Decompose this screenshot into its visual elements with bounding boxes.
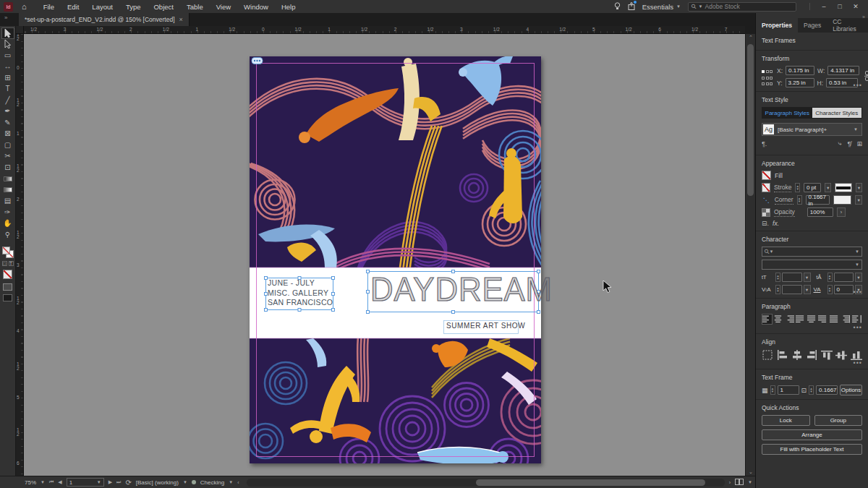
selection-tool[interactable] xyxy=(1,27,14,39)
vscroll-bottom-icon[interactable]: ▼ xyxy=(748,480,752,484)
next-page-icon[interactable]: ▶ xyxy=(109,479,112,485)
fx-icon[interactable]: fx. xyxy=(773,220,779,227)
paragraph-mark-icon[interactable]: ¶. xyxy=(762,140,767,147)
pen-tool[interactable]: ✒ xyxy=(1,106,14,118)
panel-tab-pages[interactable]: Pages xyxy=(798,18,827,33)
corner-dropdown-icon[interactable]: ▼ xyxy=(855,195,862,205)
font-size-stepper[interactable]: ▲▼ xyxy=(775,273,780,282)
formatting-container-icon[interactable]: □ xyxy=(2,261,7,266)
transform-more-icon[interactable]: ••• xyxy=(854,82,862,89)
stroke-weight-dropdown-icon[interactable]: ▼ xyxy=(825,183,831,192)
stroke-weight-input[interactable]: 0 pt xyxy=(804,183,821,192)
arrange-button[interactable]: Arrange xyxy=(762,429,862,440)
justify-last-center-icon[interactable] xyxy=(807,314,817,325)
justify-last-left-icon[interactable] xyxy=(796,314,807,325)
align-bottom-edges-icon[interactable] xyxy=(851,349,862,360)
justify-all-icon[interactable] xyxy=(829,314,840,325)
panel-tab-properties[interactable]: Properties xyxy=(756,18,798,33)
postcard-page[interactable]: JUNE - JULYMISC. GALLERYSAN FRANCISCO DA… xyxy=(250,56,541,463)
document-canvas[interactable]: JUNE - JULYMISC. GALLERYSAN FRANCISCO DA… xyxy=(24,34,745,476)
stroke-style-dropdown-icon[interactable]: ▼ xyxy=(856,183,862,192)
rectangle-tool[interactable]: ▢ xyxy=(1,140,14,151)
align-right-edges-icon[interactable] xyxy=(806,349,817,360)
align-horizontal-centers-icon[interactable] xyxy=(791,349,803,360)
tab-close-icon[interactable]: × xyxy=(179,16,183,23)
corner-style-preview[interactable] xyxy=(833,195,851,205)
text-frame-options-button[interactable]: Options xyxy=(840,385,862,395)
stroke-weight-stepper[interactable]: ▲▼ xyxy=(795,183,799,192)
scroll-down-icon[interactable]: ⌄ xyxy=(746,469,756,475)
leading-dropdown-icon[interactable]: ▼ xyxy=(855,273,862,282)
align-top-edges-icon[interactable] xyxy=(821,349,833,360)
line-tool[interactable]: ╱ xyxy=(1,95,14,106)
tab-character-styles[interactable]: Character Styles xyxy=(812,108,862,118)
stroke-label[interactable]: Stroke xyxy=(774,184,792,192)
fill-with-placeholder-text-button[interactable]: Fill with Placeholder Text xyxy=(762,444,862,455)
menu-table[interactable]: Table xyxy=(180,1,210,12)
scissors-tool[interactable]: ✂ xyxy=(1,151,14,163)
kerning-input[interactable] xyxy=(782,285,802,294)
columns-input[interactable]: 1 xyxy=(778,385,799,395)
hscroll-left-icon[interactable]: ‹ xyxy=(237,480,239,485)
hscroll-right-icon[interactable]: › xyxy=(729,480,731,485)
note-tool[interactable]: ▤ xyxy=(1,196,14,207)
opacity-input[interactable]: 100% xyxy=(807,207,833,217)
clear-overrides-icon[interactable]: ¶̸ xyxy=(848,140,851,147)
group-button[interactable]: Group xyxy=(814,415,863,426)
align-vertical-centers-icon[interactable] xyxy=(835,349,847,360)
align-left-icon[interactable] xyxy=(762,314,773,325)
lock-button[interactable]: Lock xyxy=(762,415,810,426)
kerning-dropdown-icon[interactable]: ▼ xyxy=(804,285,811,294)
menu-view[interactable]: View xyxy=(210,1,237,12)
scroll-up-icon[interactable]: ⌃ xyxy=(746,35,756,40)
paragraph-style-dropdown[interactable]: Ag [Basic Paragraph]+ ▼ xyxy=(762,123,862,136)
fill-swatch[interactable] xyxy=(762,171,771,180)
corner-label[interactable]: Corner xyxy=(775,196,793,205)
columns-stepper[interactable]: ▲▼ xyxy=(770,385,775,395)
align-left-edges-icon[interactable] xyxy=(776,349,788,360)
preview-mode-icon[interactable] xyxy=(3,294,12,301)
x-input[interactable]: 0.175 in xyxy=(786,66,814,75)
panel-collapse-icon[interactable]: » xyxy=(862,14,865,20)
zoom-tool[interactable]: ⚲ xyxy=(1,229,14,241)
workspace-switcher[interactable]: Essentials▼ xyxy=(642,3,681,11)
align-more-icon[interactable]: ••• xyxy=(854,359,862,367)
prev-page-icon[interactable]: ◀ xyxy=(58,479,61,485)
gradient-feather-tool[interactable] xyxy=(1,184,14,196)
share-icon[interactable] xyxy=(628,2,635,12)
tab-paragraph-styles[interactable]: Paragraph Styles xyxy=(762,108,812,118)
document-tab[interactable]: *set-up-a-postcard_END_V2.indd @ 150% [C… xyxy=(19,13,190,26)
gutter-input[interactable]: 0.1667 xyxy=(816,385,838,395)
content-collector-tool[interactable]: ⊞ xyxy=(1,72,14,84)
opacity-label[interactable]: Opacity xyxy=(774,208,795,217)
free-transform-tool[interactable]: ⊡ xyxy=(1,162,14,174)
menu-help[interactable]: Help xyxy=(275,1,302,12)
font-size-input[interactable] xyxy=(782,273,802,282)
align-away-spine-icon[interactable] xyxy=(851,314,862,325)
y-input[interactable]: 3.25 in xyxy=(786,78,814,87)
preflight-dropdown-icon[interactable]: ▼ xyxy=(183,480,187,484)
direct-selection-tool[interactable] xyxy=(1,39,14,51)
restore-button[interactable]: □ xyxy=(832,3,848,10)
paragraph-more-icon[interactable]: ••• xyxy=(854,324,862,331)
align-to-selection-icon[interactable] xyxy=(762,349,773,360)
constrain-proportions-icon[interactable] xyxy=(864,71,868,82)
stroke-style-preview[interactable] xyxy=(835,183,852,192)
menu-layout[interactable]: Layout xyxy=(85,1,119,12)
formatting-text-icon[interactable]: T xyxy=(9,261,14,266)
align-toward-spine-icon[interactable] xyxy=(841,314,851,325)
leading-stepper[interactable]: ▲▼ xyxy=(827,273,833,282)
menu-type[interactable]: Type xyxy=(119,1,148,12)
adobe-stock-search-input[interactable]: ⚲ ▼ Adobe Stock xyxy=(688,2,796,12)
eyedropper-tool[interactable]: ✑ xyxy=(1,207,14,218)
frame-tool[interactable]: ⊠ xyxy=(1,129,14,140)
menu-window[interactable]: Window xyxy=(237,1,275,12)
apply-none-swatch[interactable] xyxy=(3,270,12,279)
object-effects-icon[interactable]: ⊟. xyxy=(762,220,769,227)
page-number-field[interactable]: 1▼ xyxy=(67,478,104,487)
gap-tool[interactable]: ↔ xyxy=(1,61,14,73)
gradient-swatch-tool[interactable] xyxy=(1,174,14,185)
type-tool[interactable]: T xyxy=(1,84,14,95)
justify-last-right-icon[interactable] xyxy=(818,314,829,325)
canvas-horizontal-scrollbar[interactable] xyxy=(247,479,725,487)
